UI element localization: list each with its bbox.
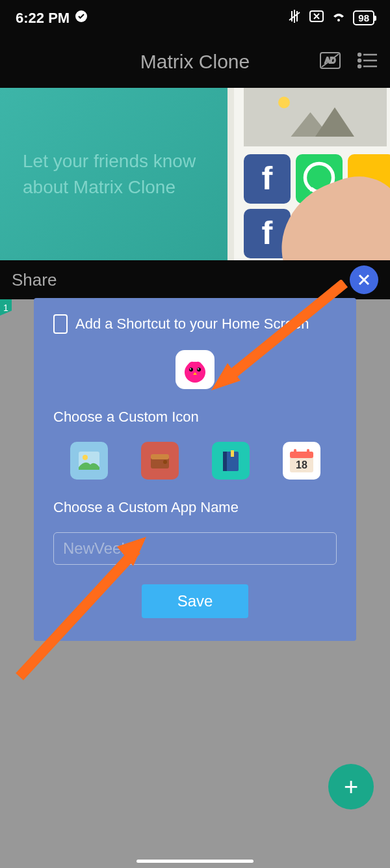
svg-text:f: f — [262, 159, 273, 197]
choose-name-label: Choose a Custom App Name — [53, 499, 337, 516]
banner-text: Let your friends know about Matrix Clone — [0, 148, 196, 199]
app-indicator-icon — [75, 10, 88, 27]
app-header: Matrix Clone AD — [0, 36, 390, 88]
add-fab-button[interactable]: + — [328, 764, 374, 809]
current-app-icon[interactable] — [176, 350, 214, 389]
gallery-icon-option[interactable] — [70, 442, 108, 480]
app-title: Matrix Clone — [140, 51, 250, 73]
wallet-icon-option[interactable] — [141, 442, 179, 480]
status-bar: 6:22 PM 98 — [0, 0, 390, 36]
svg-point-5 — [358, 53, 361, 56]
svg-point-9 — [358, 65, 361, 68]
svg-point-25 — [83, 455, 88, 460]
vibrate-icon — [287, 8, 302, 28]
svg-point-22 — [198, 368, 199, 370]
shortcut-modal: Add a Shortcut to your Home Screen Choos… — [34, 298, 356, 641]
box-x-icon — [309, 10, 324, 27]
modal-title: Add a Shortcut to your Home Screen — [75, 316, 309, 332]
svg-text:f: f — [262, 214, 273, 251]
close-button[interactable] — [350, 265, 378, 294]
calendar-icon-option[interactable]: 18 — [283, 442, 320, 480]
no-ads-icon[interactable]: AD — [319, 51, 341, 72]
svg-point-7 — [358, 59, 361, 62]
svg-point-28 — [163, 460, 167, 464]
svg-rect-30 — [223, 452, 227, 471]
header-actions: AD — [319, 51, 377, 72]
svg-rect-35 — [307, 449, 309, 454]
svg-point-21 — [190, 368, 191, 370]
share-row: Share — [0, 260, 390, 299]
battery-icon: 98 — [353, 10, 374, 25]
svg-rect-34 — [294, 449, 296, 454]
status-time: 6:22 PM — [16, 10, 70, 27]
status-right: 98 — [287, 8, 374, 28]
facebook-icon: f — [244, 154, 291, 204]
svg-point-20 — [197, 368, 201, 372]
svg-text:18: 18 — [296, 459, 307, 470]
icon-options: 18 — [53, 442, 337, 480]
modal-title-row: Add a Shortcut to your Home Screen — [53, 314, 337, 334]
svg-rect-31 — [231, 450, 234, 457]
plus-icon: + — [344, 773, 358, 801]
status-left: 6:22 PM — [16, 10, 88, 27]
promo-banner[interactable]: Let your friends know about Matrix Clone… — [0, 88, 390, 260]
home-indicator — [136, 860, 254, 863]
app-name-input[interactable] — [53, 532, 337, 565]
choose-icon-label: Choose a Custom Icon — [53, 409, 337, 426]
share-label: Share — [12, 270, 57, 290]
phone-shortcut-icon — [53, 314, 68, 334]
wifi-icon — [331, 10, 346, 27]
svg-point-11 — [278, 97, 290, 109]
svg-rect-33 — [290, 452, 313, 458]
notebook-icon-option[interactable] — [212, 442, 250, 480]
menu-list-icon[interactable] — [358, 52, 377, 72]
svg-point-19 — [189, 368, 193, 372]
save-button[interactable]: Save — [142, 584, 249, 618]
svg-rect-27 — [151, 454, 169, 459]
svg-marker-13 — [315, 107, 354, 137]
